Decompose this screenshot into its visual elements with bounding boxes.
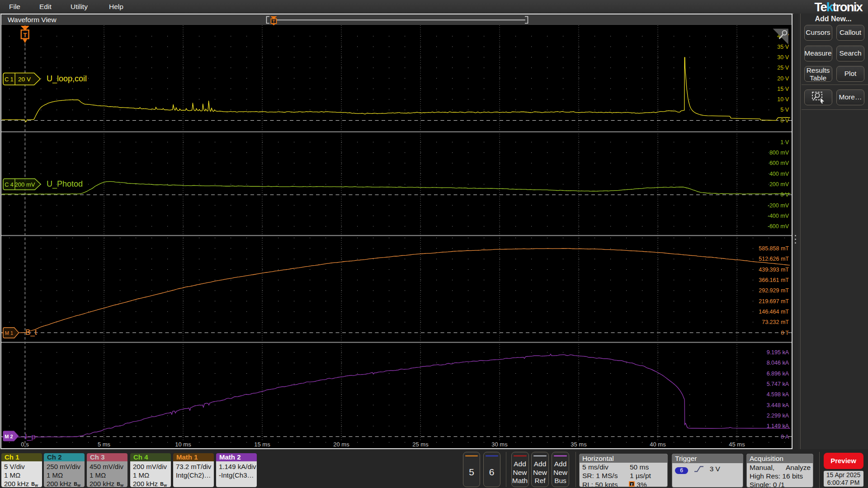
svg-text:U_loop,coil: U_loop,coil: [47, 74, 87, 84]
svg-text:30 V: 30 V: [777, 54, 789, 61]
svg-text:800 mV: 800 mV: [769, 150, 789, 156]
svg-text:0 V: 0 V: [780, 117, 789, 124]
svg-text:400 mV: 400 mV: [769, 171, 789, 177]
svg-text:I_p: I_p: [25, 432, 36, 441]
svg-text:0 A: 0 A: [781, 434, 789, 440]
svg-text:M 2: M 2: [5, 434, 13, 439]
svg-text:0 V: 0 V: [780, 192, 789, 198]
svg-text:15 V: 15 V: [777, 86, 789, 92]
svg-text:8.046 kA: 8.046 kA: [767, 360, 789, 366]
svg-text:45 ms: 45 ms: [729, 441, 745, 448]
svg-text:25 ms: 25 ms: [412, 441, 429, 448]
svg-text:15 ms: 15 ms: [254, 441, 270, 448]
svg-text:4.598 kA: 4.598 kA: [767, 391, 789, 398]
svg-text:20 ms: 20 ms: [333, 441, 349, 448]
svg-text:20 V: 20 V: [18, 76, 31, 83]
svg-text:10 V: 10 V: [777, 96, 789, 103]
svg-text:35 ms: 35 ms: [571, 441, 587, 448]
svg-text:40 ms: 40 ms: [650, 441, 666, 448]
svg-text:585.858 mT: 585.858 mT: [759, 245, 789, 252]
svg-text:512.626 mT: 512.626 mT: [759, 256, 789, 262]
svg-text:C 1: C 1: [5, 76, 14, 83]
svg-text:2.299 kA: 2.299 kA: [767, 413, 789, 419]
svg-text:73.232 mT: 73.232 mT: [762, 319, 789, 325]
svg-text:U_Photod: U_Photod: [47, 179, 83, 189]
svg-text:0 T: 0 T: [781, 330, 789, 336]
svg-text:1.149 kA: 1.149 kA: [767, 423, 789, 429]
svg-text:C 4: C 4: [5, 182, 14, 188]
svg-text:219.697 mT: 219.697 mT: [759, 298, 789, 305]
svg-text:B_t: B_t: [25, 328, 37, 337]
svg-text:-200 mV: -200 mV: [768, 202, 789, 209]
svg-text:5 ms: 5 ms: [98, 441, 111, 448]
svg-text:20 V: 20 V: [777, 75, 789, 82]
svg-text:9.195 kA: 9.195 kA: [767, 349, 789, 356]
svg-text:10 ms: 10 ms: [175, 441, 191, 448]
svg-text:0 s: 0 s: [21, 441, 29, 448]
svg-text:35 V: 35 V: [777, 44, 789, 50]
svg-text:200 mV: 200 mV: [15, 181, 35, 188]
svg-text:25 V: 25 V: [777, 65, 789, 71]
svg-text:600 mV: 600 mV: [769, 160, 789, 166]
svg-text:5 V: 5 V: [780, 107, 789, 113]
svg-text:439.393 mT: 439.393 mT: [759, 267, 789, 273]
svg-text:292.929 mT: 292.929 mT: [759, 287, 789, 294]
svg-text:1 V: 1 V: [780, 139, 789, 145]
svg-text:30 ms: 30 ms: [491, 441, 508, 448]
svg-text:-600 mV: -600 mV: [768, 223, 789, 230]
svg-text:200 mV: 200 mV: [769, 181, 789, 188]
svg-text:T: T: [273, 19, 275, 23]
svg-text:5.747 kA: 5.747 kA: [767, 381, 789, 387]
svg-text:366.161 mT: 366.161 mT: [759, 277, 789, 283]
svg-text:3.448 kA: 3.448 kA: [767, 402, 789, 408]
svg-text:T: T: [23, 32, 27, 38]
svg-text:-400 mV: -400 mV: [768, 213, 789, 219]
svg-text:6.896 kA: 6.896 kA: [767, 371, 789, 377]
svg-text:146.464 mT: 146.464 mT: [759, 309, 789, 315]
svg-text:T: T: [631, 482, 633, 486]
svg-text:M 1: M 1: [5, 330, 13, 336]
